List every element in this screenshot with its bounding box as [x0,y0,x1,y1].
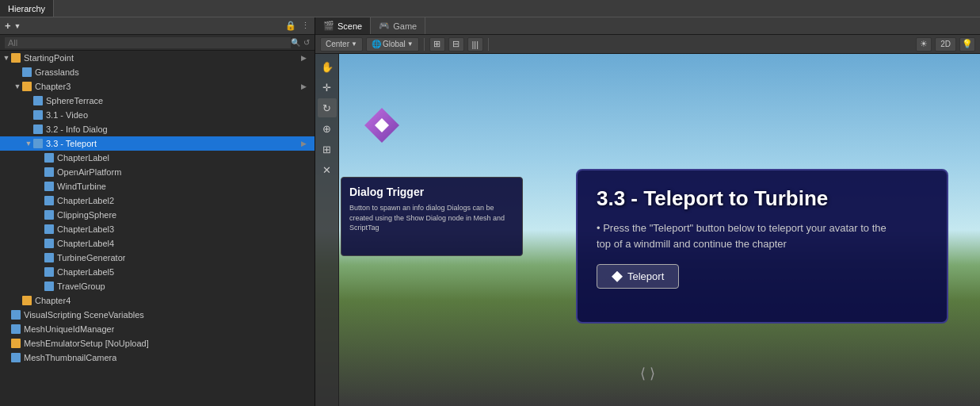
tree-item-chapter4[interactable]: Chapter4 [0,293,315,308]
item-icon-sphere-terrace [33,96,43,105]
item-icon-item-33-teleport [33,139,43,148]
rect-tool-btn[interactable]: ⊞ [318,140,337,159]
move-tool-btn[interactable]: ✛ [318,78,337,97]
item-label-travel-group: TravelGroup [57,282,105,291]
item-icon-chapter3 [22,82,32,91]
viewport: ✋ ✛ ↻ ⊕ ⊞ ✕ Dialog Trigger Button to spa… [315,54,980,406]
panel-header: + ▼ 🔒 ⋮ [0,17,315,35]
tree-item-mesh-unique-id[interactable]: MeshUniqueIdManager [0,322,315,336]
tree-item-travel-group[interactable]: TravelGroup [0,279,315,293]
item-label-item-33-teleport: 3.3 - Teleport [46,139,97,148]
tree-item-clipping-sphere[interactable]: ClippingSphere [0,208,315,222]
tree-item-chapter-label[interactable]: ChapterLabel [0,151,315,165]
top-bar: Hierarchy [0,0,980,17]
item-label-mesh-emulator: MeshEmulatorSetup [NoUpload] [24,339,149,348]
item-label-chapter-label: ChapterLabel [57,153,109,163]
toolbar-divider-2 [488,38,489,51]
grid-btn-1[interactable]: ⊞ [429,37,445,52]
item-label-starting-point: StartingPoint [24,53,74,63]
item-icon-mesh-unique-id [11,324,21,334]
right-arrow-starting-point: ▶ [301,54,311,62]
add-dropdown-icon[interactable]: ▼ [14,22,21,30]
hand-tool-btn[interactable]: ✋ [318,57,337,76]
toolbar-divider-1 [424,38,425,51]
tree-item-visual-scripting[interactable]: VisualScripting SceneVariables [0,308,315,322]
tree-item-mesh-thumbnail[interactable]: MeshThumbnailCamera [0,350,315,365]
tree-item-sphere-terrace[interactable]: SphereTerrace [0,94,315,108]
item-icon-mesh-thumbnail [11,353,21,362]
transform-tool-btn[interactable]: ✕ [318,160,337,179]
item-label-chapter-label4: ChapterLabel4 [57,239,114,248]
lock-icon[interactable]: 🔒 [285,21,296,31]
expand-arrow-item-33-teleport[interactable]: ▼ [24,140,33,147]
hierarchy-tree: ▼StartingPoint▶Grasslands▼Chapter3▶Spher… [0,51,315,406]
item-icon-open-air-platform [44,167,54,177]
scene-left-toolbar: ✋ ✛ ↻ ⊕ ⊞ ✕ [315,54,339,406]
tree-item-grasslands[interactable]: Grasslands [0,65,315,79]
tree-item-starting-point[interactable]: ▼StartingPoint▶ [0,51,315,65]
tree-item-chapter-label5[interactable]: ChapterLabel5 [0,265,315,279]
item-label-chapter-label5: ChapterLabel5 [57,267,114,277]
tree-item-open-air-platform[interactable]: OpenAirPlatform [0,165,315,179]
item-icon-item-32-info-dialog [33,124,43,134]
item-icon-turbine-generator [44,253,54,262]
dialog-trigger-panel: Dialog Trigger Button to spawn an info d… [341,177,523,256]
tree-item-turbine-generator[interactable]: TurbineGenerator [0,251,315,265]
tree-item-chapter-label2[interactable]: ChapterLabel2 [0,193,315,208]
item-icon-item-31-video [33,110,43,120]
item-icon-starting-point [11,53,21,63]
item-icon-chapter-label4 [44,239,54,248]
item-label-wind-turbine: WindTurbine [57,182,106,191]
scene-toolbar-bar: Center ▼ 🌐 Global ▼ ⊞ ⊟ ||| ☀ 2D 💡 [315,35,980,54]
item-icon-mesh-emulator [11,339,21,348]
search-input[interactable] [5,37,291,48]
search-refresh-icon[interactable]: ↺ [303,38,310,47]
tree-item-wind-turbine[interactable]: WindTurbine [0,179,315,193]
tree-item-item-33-teleport[interactable]: ▼3.3 - Teleport▶ [0,136,315,151]
scene-tab-label: Scene [337,21,362,31]
grid-btn-2[interactable]: ⊟ [448,37,464,52]
tree-item-item-31-video[interactable]: 3.1 - Video [0,108,315,122]
2d-label: 2D [940,40,951,48]
render-mode-btn[interactable]: ☀ [916,37,932,52]
tree-item-mesh-emulator[interactable]: MeshEmulatorSetup [NoUpload] [0,336,315,350]
item-icon-wind-turbine [44,182,54,191]
center-btn[interactable]: Center ▼ [320,37,363,52]
teleport-btn-label: Teleport [627,270,664,282]
rotate-tool-btn[interactable]: ↻ [318,98,337,117]
teleport-button[interactable]: Teleport [597,264,679,289]
global-btn[interactable]: 🌐 Global ▼ [366,37,419,52]
hierarchy-panel: + ▼ 🔒 ⋮ 🔍 ↺ ▼StartingPoint▶Grasslands▼Ch… [0,17,315,406]
light-btn[interactable]: 💡 [959,37,975,52]
grid-btn-3[interactable]: ||| [467,37,483,52]
right-panel: 🎬 Scene 🎮 Game Center ▼ 🌐 Global ▼ ⊞ ⊟ |… [315,17,980,406]
add-icon[interactable]: + [5,20,11,32]
diamond-float [364,108,399,143]
item-icon-chapter4 [22,296,32,305]
item-label-visual-scripting: VisualScripting SceneVariables [24,310,144,320]
tree-item-chapter3[interactable]: ▼Chapter3▶ [0,79,315,94]
expand-arrow-chapter3[interactable]: ▼ [13,82,22,90]
tree-item-chapter-label4[interactable]: ChapterLabel4 [0,236,315,251]
item-icon-travel-group [44,282,54,291]
item-label-chapter3: Chapter3 [35,82,71,91]
more-icon[interactable]: ⋮ [301,21,310,31]
2d-btn[interactable]: 2D [935,37,956,52]
center-dropdown-icon: ▼ [351,40,357,48]
item-label-open-air-platform: OpenAirPlatform [57,167,121,177]
right-arrow-item-33-teleport: ▶ [301,140,311,147]
scale-tool-btn[interactable]: ⊕ [318,119,337,138]
dialog-trigger-title: Dialog Trigger [349,186,514,198]
item-label-turbine-generator: TurbineGenerator [57,253,125,262]
search-icon: 🔍 [291,38,300,47]
tree-item-item-32-info-dialog[interactable]: 3.2 - Info Dialog [0,122,315,136]
item-label-sphere-terrace: SphereTerrace [46,96,103,105]
tab-scene[interactable]: 🎬 Scene [315,17,371,34]
tab-hierarchy[interactable]: Hierarchy [0,0,54,17]
teleport-title: 3.3 - Teleport to Turbine [597,186,928,211]
panel-header-icons: 🔒 ⋮ [285,21,310,31]
item-label-clipping-sphere: ClippingSphere [57,210,116,220]
expand-arrow-starting-point[interactable]: ▼ [2,54,11,62]
tree-item-chapter-label3[interactable]: ChapterLabel3 [0,222,315,236]
tab-game[interactable]: 🎮 Game [371,17,425,34]
